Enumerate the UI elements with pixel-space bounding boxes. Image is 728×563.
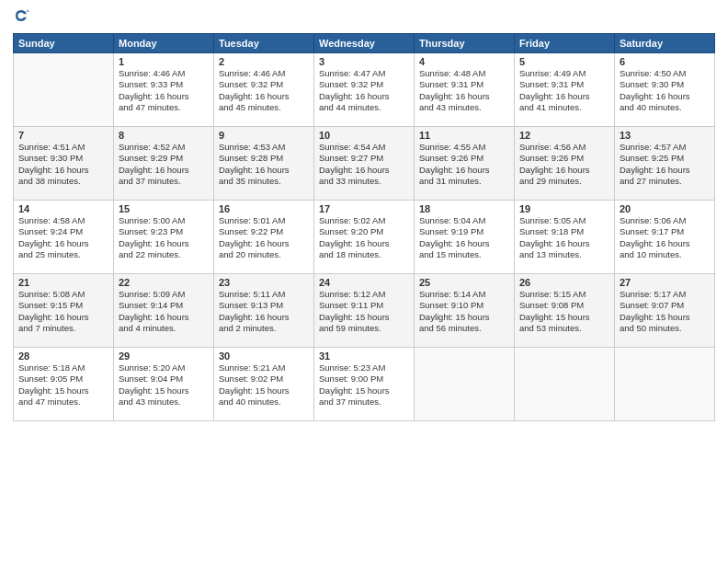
- day-info-line: Daylight: 16 hours: [219, 165, 309, 176]
- day-info-line: and 45 minutes.: [219, 102, 309, 113]
- calendar-cell: [415, 348, 515, 421]
- day-info-line: Sunrise: 5:15 AM: [519, 289, 609, 300]
- day-info-line: Daylight: 16 hours: [620, 91, 710, 102]
- day-number: 30: [219, 350, 309, 362]
- day-info-line: Sunrise: 4:52 AM: [119, 142, 209, 153]
- day-number: 9: [219, 130, 309, 141]
- calendar-cell: 9Sunrise: 4:53 AMSunset: 9:28 PMDaylight…: [214, 127, 314, 201]
- day-info-line: Sunset: 9:07 PM: [620, 300, 710, 311]
- day-info-line: and 40 minutes.: [219, 396, 309, 408]
- calendar-cell: 16Sunrise: 5:01 AMSunset: 9:22 PMDayligh…: [214, 201, 314, 274]
- day-info-line: and 2 minutes.: [219, 323, 309, 334]
- day-info-line: Sunrise: 5:01 AM: [219, 215, 309, 226]
- day-info-line: Sunrise: 5:21 AM: [219, 362, 309, 373]
- day-info-line: Sunrise: 4:49 AM: [519, 68, 609, 79]
- day-info-line: Daylight: 16 hours: [119, 238, 209, 249]
- day-number: 2: [219, 56, 309, 67]
- day-info-line: Sunrise: 4:56 AM: [519, 142, 609, 153]
- day-info-line: Sunset: 9:22 PM: [219, 226, 309, 237]
- day-number: 1: [119, 56, 209, 67]
- day-number: 24: [319, 277, 409, 288]
- day-number: 31: [319, 350, 409, 362]
- day-info-line: Sunset: 9:05 PM: [18, 373, 108, 385]
- day-info-line: Sunrise: 4:50 AM: [620, 68, 710, 79]
- day-info-line: Sunset: 9:31 PM: [519, 79, 609, 90]
- day-info-line: Daylight: 16 hours: [219, 238, 309, 249]
- day-info-line: Sunset: 9:29 PM: [119, 153, 209, 164]
- calendar-week-row: 1Sunrise: 4:46 AMSunset: 9:33 PMDaylight…: [14, 53, 715, 127]
- day-info-line: and 40 minutes.: [620, 102, 710, 113]
- day-info-line: and 7 minutes.: [18, 323, 108, 334]
- day-info-line: Sunset: 9:17 PM: [620, 226, 710, 237]
- calendar-week-row: 28Sunrise: 5:18 AMSunset: 9:05 PMDayligh…: [14, 348, 715, 421]
- day-info-line: Sunrise: 4:47 AM: [319, 68, 409, 79]
- calendar-cell: 8Sunrise: 4:52 AMSunset: 9:29 PMDaylight…: [114, 127, 214, 201]
- day-info-line: Sunrise: 4:48 AM: [419, 68, 509, 79]
- day-info-line: Daylight: 15 hours: [319, 312, 409, 323]
- calendar-cell: 10Sunrise: 4:54 AMSunset: 9:27 PMDayligh…: [314, 127, 415, 201]
- day-info-line: Sunrise: 4:51 AM: [18, 142, 108, 153]
- calendar-cell: 18Sunrise: 5:04 AMSunset: 9:19 PMDayligh…: [415, 201, 515, 274]
- day-info-line: and 47 minutes.: [18, 396, 108, 408]
- day-info-line: Daylight: 16 hours: [119, 165, 209, 176]
- day-number: 14: [18, 203, 108, 214]
- day-info-line: Daylight: 16 hours: [419, 238, 509, 249]
- day-info-line: Daylight: 15 hours: [519, 312, 609, 323]
- calendar-header-row: SundayMondayTuesdayWednesdayThursdayFrid…: [14, 34, 715, 53]
- calendar-cell: 1Sunrise: 4:46 AMSunset: 9:33 PMDaylight…: [114, 53, 214, 127]
- day-info-line: and 13 minutes.: [519, 249, 609, 260]
- day-info-line: and 38 minutes.: [18, 176, 108, 187]
- day-info-line: Daylight: 16 hours: [419, 165, 509, 176]
- calendar-cell: 13Sunrise: 4:57 AMSunset: 9:25 PMDayligh…: [615, 127, 715, 201]
- day-info-line: Sunset: 9:23 PM: [119, 226, 209, 237]
- day-info-line: Sunrise: 5:20 AM: [119, 362, 209, 373]
- day-info-line: Sunrise: 4:54 AM: [319, 142, 409, 153]
- day-info-line: Sunset: 9:15 PM: [18, 300, 108, 311]
- day-info-line: Sunset: 9:26 PM: [419, 153, 509, 164]
- day-info-line: Daylight: 16 hours: [419, 91, 509, 102]
- day-info-line: Sunset: 9:24 PM: [18, 226, 108, 237]
- day-info-line: Daylight: 15 hours: [419, 312, 509, 323]
- weekday-header-tuesday: Tuesday: [214, 34, 314, 53]
- day-info-line: Sunset: 9:30 PM: [18, 153, 108, 164]
- day-info-line: Sunset: 9:11 PM: [319, 300, 409, 311]
- calendar-week-row: 14Sunrise: 4:58 AMSunset: 9:24 PMDayligh…: [14, 201, 715, 274]
- day-info-line: Daylight: 15 hours: [620, 312, 710, 323]
- calendar-cell: 17Sunrise: 5:02 AMSunset: 9:20 PMDayligh…: [314, 201, 415, 274]
- day-info-line: Sunset: 9:27 PM: [319, 153, 409, 164]
- day-info-line: Sunset: 9:04 PM: [119, 373, 209, 385]
- calendar-cell: 27Sunrise: 5:17 AMSunset: 9:07 PMDayligh…: [615, 274, 715, 348]
- day-info-line: and 59 minutes.: [319, 323, 409, 334]
- calendar-cell: 25Sunrise: 5:14 AMSunset: 9:10 PMDayligh…: [415, 274, 515, 348]
- day-info-line: and 41 minutes.: [519, 102, 609, 113]
- day-info-line: Sunset: 9:31 PM: [419, 79, 509, 90]
- day-info-line: Sunset: 9:30 PM: [620, 79, 710, 90]
- day-number: 12: [519, 130, 609, 141]
- day-number: 29: [119, 350, 209, 362]
- day-number: 18: [419, 203, 509, 214]
- logo-icon: [13, 7, 29, 24]
- day-info-line: Sunset: 9:10 PM: [419, 300, 509, 311]
- day-info-line: Sunrise: 5:17 AM: [620, 289, 710, 300]
- day-number: 11: [419, 130, 509, 141]
- day-info-line: Daylight: 15 hours: [18, 385, 108, 396]
- day-info-line: and 27 minutes.: [620, 176, 710, 187]
- day-info-line: Sunset: 9:26 PM: [519, 153, 609, 164]
- calendar-cell: 11Sunrise: 4:55 AMSunset: 9:26 PMDayligh…: [415, 127, 515, 201]
- calendar-cell: [515, 348, 615, 421]
- header: [13, 9, 715, 28]
- day-info-line: Daylight: 16 hours: [319, 91, 409, 102]
- day-info-line: and 44 minutes.: [319, 102, 409, 113]
- day-info-line: Sunset: 9:33 PM: [119, 79, 209, 90]
- calendar-cell: 30Sunrise: 5:21 AMSunset: 9:02 PMDayligh…: [214, 348, 314, 421]
- day-number: 26: [519, 277, 609, 288]
- day-info-line: and 43 minutes.: [119, 396, 209, 408]
- day-info-line: Sunrise: 5:06 AM: [620, 215, 710, 226]
- day-number: 22: [119, 277, 209, 288]
- day-info-line: and 18 minutes.: [319, 249, 409, 260]
- day-info-line: Sunrise: 5:00 AM: [119, 215, 209, 226]
- day-info-line: and 22 minutes.: [119, 249, 209, 260]
- calendar-table: SundayMondayTuesdayWednesdayThursdayFrid…: [13, 33, 715, 421]
- day-info-line: and 50 minutes.: [620, 323, 710, 334]
- day-info-line: Sunset: 9:19 PM: [419, 226, 509, 237]
